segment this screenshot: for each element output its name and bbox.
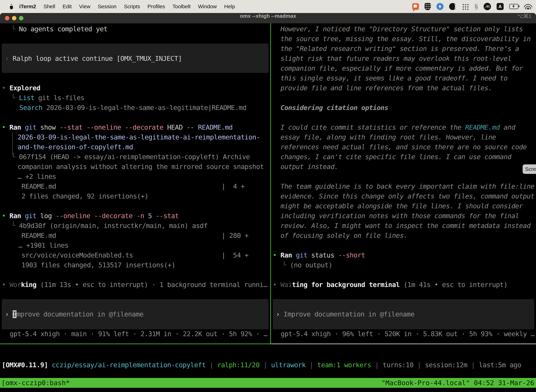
terminal-line: 2 files changed, 92 insertions(+) [21, 191, 148, 201]
menu-item-window[interactable]: Window [198, 4, 217, 9]
terminal-line: • Ran git log --oneline --decorate -n 5 … [2, 211, 179, 221]
terminal-line: • Working (11m 13s • esc to interrupt) ·… [2, 280, 267, 289]
snake-icon[interactable]: § [474, 3, 478, 10]
left-pane-border [0, 344, 270, 344]
terminal-line: changes, I can't cite specific file line… [281, 152, 511, 162]
separator: | [371, 361, 383, 369]
window-title-bar[interactable]: omx --xhigh --madmax ⌥⌘1 [0, 13, 536, 23]
terminal-line: └ No agents completed yet [11, 24, 107, 34]
terminal-line: references need actual files, and since … [281, 142, 527, 152]
separator: | [259, 361, 271, 369]
close-button[interactable] [5, 16, 9, 20]
terminal-line: • Ran git status --short [273, 250, 365, 260]
menu-item-session[interactable]: Session [98, 4, 117, 9]
terminal-line: companion file, especially if more comme… [281, 63, 523, 73]
terminal-line: Considering citation options [281, 103, 388, 112]
menu-item-edit[interactable]: Edit [62, 4, 72, 9]
terminal-line: output instead. [281, 162, 338, 172]
terminal-line: › Ralph loop active continue [OMX_TMUX_I… [5, 54, 182, 63]
terminal-line: provide file and line references from th… [281, 83, 492, 93]
terminal-line: 2026-03-09-is-legal-the-same-as-legitima… [18, 132, 260, 142]
shield-grid-icon[interactable] [425, 3, 431, 10]
separator: | [467, 361, 479, 369]
window-title: omx --xhigh --madmax [0, 13, 536, 19]
terminal-line: might be acceptable alongside the file l… [281, 201, 523, 211]
omx-version-badge: [OMX#0.11.9] [2, 361, 52, 369]
right-pane-border [271, 344, 536, 344]
last-activity: last:5m ago [479, 361, 521, 369]
terminal-line: • Explored [2, 83, 40, 93]
terminal-line: evidence. Since this change only affects… [281, 191, 534, 201]
chat-icon[interactable] [412, 3, 419, 10]
terminal-line: including verification notes with those … [281, 211, 519, 221]
terminal-line: of focusing solely on file lines. [281, 231, 407, 240]
terminal-line: … +1901 lines [19, 240, 68, 250]
menu-item-profiles[interactable]: Profiles [147, 4, 165, 9]
session-timer: session:12m [425, 361, 467, 369]
macos-menu-bar: iTerm2ShellEditViewSessionScriptsProfile… [0, 0, 536, 13]
ultrawork-mode: ultrawork [271, 361, 306, 369]
terminal-line: and-the-erosion-of-copyleft.md [18, 142, 133, 152]
menu-item-help[interactable]: Help [224, 4, 235, 9]
terminal-line: README.md | 280 + [21, 231, 249, 240]
menu-items: iTerm2ShellEditViewSessionScriptsProfile… [19, 4, 235, 9]
terminal-line: └ List git ls-files [11, 93, 84, 103]
battery-charging-icon[interactable] [509, 4, 518, 9]
bolt-badge-icon[interactable] [436, 3, 444, 10]
terminal-line: However, I noticed the "Directory Struct… [281, 24, 523, 34]
apple-menu-icon[interactable] [9, 4, 14, 9]
tree-guide-line [12, 132, 13, 155]
terminal-line: slight risk that future readers may over… [281, 54, 511, 63]
menu-item-toolbelt[interactable]: Toolbelt [172, 4, 191, 9]
terminal-content: └ No agents completed yet› Ralph loop ac… [0, 23, 536, 344]
dots-grid-icon[interactable] [462, 3, 469, 10]
terminal-line: › Improve documentation in @filename [276, 309, 415, 319]
separator: | [306, 361, 317, 369]
wifi-icon[interactable] [524, 4, 532, 9]
omx-branch-path: cczip/essay/ai-reimplementation-copyleft [52, 361, 206, 369]
terminal-line: • Waiting for background terminal (1m 41… [273, 280, 507, 289]
terminal-line: Search 2026-03-09-is-legal-the-same-as-l… [19, 103, 246, 112]
menu-item-view[interactable]: View [79, 4, 90, 9]
terminal-line: the source tree, missing the essay. Stil… [281, 34, 531, 44]
terminal-line: companion analysis without altering the … [18, 162, 264, 172]
crescent-icon[interactable] [449, 3, 456, 10]
terminal-line: gpt-5.4 xhigh · main · 91% left · 2.31M … [10, 329, 268, 339]
terminal-line: 1903 files changed, 513517 insertions(+) [21, 260, 175, 270]
menu-item-scripts[interactable]: Scripts [124, 4, 140, 9]
terminal-line: README.md | 4 + [21, 182, 245, 191]
terminal-line: └ 067f154 (HEAD -> essay/ai-reimplementa… [11, 152, 250, 162]
menu-item-iterm2[interactable]: iTerm2 [19, 4, 36, 9]
a-badge-icon[interactable]: A [497, 3, 504, 10]
terminal-line: I could cite commit statistics or refere… [281, 122, 515, 132]
terminal-line: the "Related research writing" section i… [281, 44, 519, 54]
ralph-counter: ralph:11/20 [217, 361, 259, 369]
tmux-status-bar: [omx-cczip0:bash* "MacBook-Pro-44.local"… [0, 378, 536, 388]
menu-item-shell[interactable]: Shell [43, 4, 55, 9]
terminal-line: └ 4b9d30f (origin/main, instructkr/main,… [11, 221, 207, 231]
minimize-button[interactable] [12, 16, 16, 20]
right-terminal-pane[interactable]: However, I noticed the "Directory Struct… [271, 23, 536, 344]
terminal-line: essay file, along with finding root file… [281, 132, 496, 142]
screen-tooltip: Scre [523, 164, 536, 174]
terminal-line: gpt-5.4 xhigh · 96% left · 520K in · 5.8… [281, 329, 535, 339]
tmux-window-tab[interactable]: [omx-cczip0:bash* [1, 378, 70, 388]
terminal-line: src/voice/voiceModeEnabled.ts | 54 + [21, 250, 249, 260]
turns-counter: turns:10 [383, 361, 413, 369]
terminal-line: The team guideline is to back every impo… [281, 182, 534, 191]
gauge-icon[interactable]: ..61 [483, 3, 491, 10]
zoom-button[interactable] [19, 16, 23, 20]
terminal-line: review. Also, I might want to inspect th… [281, 221, 531, 231]
terminal-line: … +2 lines [18, 172, 56, 182]
window-shortcut-badge: ⌥⌘1 [517, 13, 531, 19]
omx-status-bar: [OMX#0.11.9] cczip/essay/ai-reimplementa… [2, 360, 521, 370]
separator: | [206, 361, 217, 369]
separator: | [413, 361, 425, 369]
traffic-lights [5, 16, 23, 20]
terminal-line: › Improve documentation in @filename [5, 309, 144, 319]
left-terminal-pane[interactable]: └ No agents completed yet› Ralph loop ac… [0, 23, 270, 344]
terminal-line: • Ran git show --stat --oneline --decora… [2, 122, 233, 132]
menu-status-icons: § ..61 A [412, 3, 532, 10]
team-workers: team:1 workers [317, 361, 371, 369]
terminal-line: this single essay, it seems like a good … [281, 73, 507, 83]
